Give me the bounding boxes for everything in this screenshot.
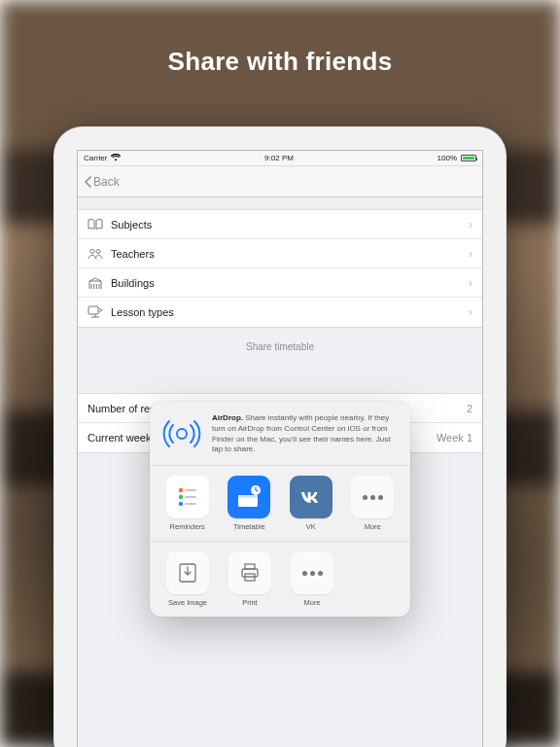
- menu-lesson-types[interactable]: Lesson types ›: [78, 298, 482, 327]
- menu-buildings[interactable]: Buildings ›: [78, 268, 482, 298]
- menu-group: Subjects › Teachers › Buildings: [78, 209, 482, 328]
- svg-point-0: [90, 249, 94, 253]
- menu-teachers[interactable]: Teachers ›: [78, 239, 482, 268]
- screen: Carrier 9:02 PM 100% Back: [77, 150, 483, 747]
- svg-rect-5: [185, 489, 196, 491]
- menu-subjects[interactable]: Subjects ›: [78, 210, 482, 239]
- action-save-image[interactable]: Save Image: [159, 551, 216, 607]
- timetable-icon: [228, 476, 270, 518]
- menu-label: Teachers: [111, 248, 155, 260]
- tile-label: More: [303, 598, 320, 607]
- clock: 9:02 PM: [264, 154, 294, 162]
- share-vk[interactable]: VK: [283, 476, 339, 531]
- people-icon: [88, 246, 103, 262]
- share-header: Share timetable: [78, 328, 482, 358]
- menu-label: Buildings: [111, 277, 155, 289]
- status-bar: Carrier 9:02 PM 100%: [78, 151, 482, 166]
- chevron-right-icon: ›: [469, 276, 472, 290]
- menu-label: Subjects: [111, 219, 152, 231]
- airdrop-text: AirDrop. Share instantly with people nea…: [212, 413, 399, 455]
- chevron-right-icon: ›: [469, 247, 472, 261]
- action-more[interactable]: More: [284, 551, 340, 607]
- more-icon: [291, 551, 333, 594]
- recurring-value: 2: [467, 403, 472, 414]
- svg-rect-14: [245, 564, 255, 569]
- current-week-value: Week 1: [437, 432, 472, 444]
- content: Subjects › Teachers › Buildings: [78, 197, 482, 747]
- tile-label: VK: [306, 522, 316, 531]
- airdrop-section[interactable]: AirDrop. Share instantly with people nea…: [150, 402, 410, 466]
- carrier-label: Carrier: [84, 154, 107, 162]
- tile-label: Reminders: [170, 522, 205, 531]
- nav-bar: Back: [78, 166, 482, 197]
- battery-percent: 100%: [438, 154, 457, 162]
- tile-label: Save Image: [168, 598, 207, 607]
- share-more-apps[interactable]: More: [345, 476, 402, 531]
- share-apps-row: Reminders Timetable: [150, 466, 410, 542]
- tile-label: More: [365, 522, 381, 531]
- more-icon: [351, 476, 394, 518]
- save-image-icon: [166, 551, 209, 594]
- reminders-icon: [166, 476, 209, 518]
- menu-label: Lesson types: [111, 306, 174, 318]
- svg-rect-12: [238, 495, 258, 498]
- print-icon: [228, 551, 271, 594]
- battery-icon: [461, 155, 476, 161]
- share-actions-row: Save Image Print More: [150, 542, 410, 617]
- back-label: Back: [93, 175, 120, 189]
- share-reminders[interactable]: Reminders: [159, 476, 216, 531]
- lesson-icon: [88, 304, 103, 320]
- svg-point-1: [96, 249, 100, 253]
- action-print[interactable]: Print: [222, 551, 278, 607]
- wifi-icon: [111, 154, 121, 163]
- ipad-frame: Carrier 9:02 PM 100% Back: [53, 126, 507, 747]
- vk-icon: [290, 476, 332, 518]
- chevron-left-icon: [84, 176, 91, 188]
- current-week-label: Current week: [88, 432, 151, 444]
- svg-point-8: [179, 502, 183, 506]
- tile-label: Timetable: [233, 522, 265, 531]
- airdrop-icon: [161, 413, 202, 454]
- hero-title: Share with friends: [0, 47, 560, 77]
- building-icon: [88, 275, 103, 291]
- svg-point-3: [177, 429, 187, 439]
- chevron-right-icon: ›: [469, 305, 472, 319]
- chevron-right-icon: ›: [469, 218, 472, 231]
- tile-label: Print: [242, 598, 257, 607]
- book-icon: [88, 217, 103, 232]
- svg-point-6: [179, 495, 183, 499]
- share-sheet: AirDrop. Share instantly with people nea…: [150, 402, 410, 617]
- svg-rect-2: [88, 306, 98, 314]
- svg-point-4: [179, 488, 183, 492]
- svg-rect-7: [185, 496, 196, 498]
- back-button[interactable]: Back: [84, 175, 120, 189]
- svg-rect-9: [185, 503, 196, 505]
- share-timetable[interactable]: Timetable: [222, 476, 278, 531]
